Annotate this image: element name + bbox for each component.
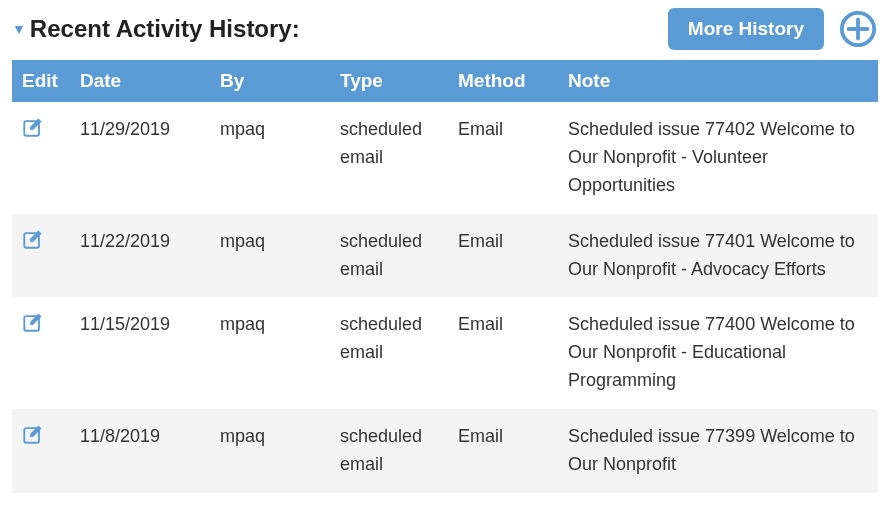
cell-method: Email (448, 409, 558, 493)
col-header-type: Type (330, 60, 448, 102)
pencil-icon (22, 116, 44, 138)
cell-type: scheduled email (330, 102, 448, 214)
edit-button[interactable] (22, 228, 44, 250)
cell-by: mpaq (210, 409, 330, 493)
col-header-date: Date (70, 60, 210, 102)
cell-method: Email (448, 214, 558, 298)
cell-type: scheduled email (330, 297, 448, 409)
pencil-icon (22, 423, 44, 445)
section-header: ▼ Recent Activity History: More History (12, 8, 878, 50)
table-header-row: Edit Date By Type Method Note (12, 60, 878, 102)
section-header-left: ▼ Recent Activity History: (12, 15, 300, 43)
plus-circle-icon (839, 10, 877, 48)
collapse-toggle-icon[interactable]: ▼ (12, 22, 26, 36)
cell-type: scheduled email (330, 214, 448, 298)
col-header-edit: Edit (12, 60, 70, 102)
pencil-icon (22, 228, 44, 250)
add-activity-button[interactable] (838, 9, 878, 49)
col-header-by: By (210, 60, 330, 102)
table-row: 11/15/2019mpaqscheduled emailEmailSchedu… (12, 297, 878, 409)
edit-button[interactable] (22, 116, 44, 138)
table-row: 11/22/2019mpaqscheduled emailEmailSchedu… (12, 214, 878, 298)
edit-button[interactable] (22, 311, 44, 333)
cell-note: Scheduled issue 77402 Welcome to Our Non… (558, 102, 878, 214)
col-header-method: Method (448, 60, 558, 102)
cell-date: 11/8/2019 (70, 409, 210, 493)
more-history-button[interactable]: More History (668, 8, 824, 50)
cell-method: Email (448, 102, 558, 214)
section-title: Recent Activity History: (30, 15, 300, 43)
edit-button[interactable] (22, 423, 44, 445)
cell-date: 11/22/2019 (70, 214, 210, 298)
col-header-note: Note (558, 60, 878, 102)
cell-type: scheduled email (330, 409, 448, 493)
pencil-icon (22, 311, 44, 333)
cell-note: Scheduled issue 77399 Welcome to Our Non… (558, 409, 878, 493)
cell-date: 11/15/2019 (70, 297, 210, 409)
cell-note: Scheduled issue 77400 Welcome to Our Non… (558, 297, 878, 409)
table-row: 11/29/2019mpaqscheduled emailEmailSchedu… (12, 102, 878, 214)
cell-by: mpaq (210, 297, 330, 409)
section-header-right: More History (668, 8, 878, 50)
cell-date: 11/29/2019 (70, 102, 210, 214)
activity-table: Edit Date By Type Method Note 11/29/2019… (12, 60, 878, 493)
cell-by: mpaq (210, 214, 330, 298)
cell-note: Scheduled issue 77401 Welcome to Our Non… (558, 214, 878, 298)
table-row: 11/8/2019mpaqscheduled emailEmailSchedul… (12, 409, 878, 493)
cell-by: mpaq (210, 102, 330, 214)
cell-method: Email (448, 297, 558, 409)
